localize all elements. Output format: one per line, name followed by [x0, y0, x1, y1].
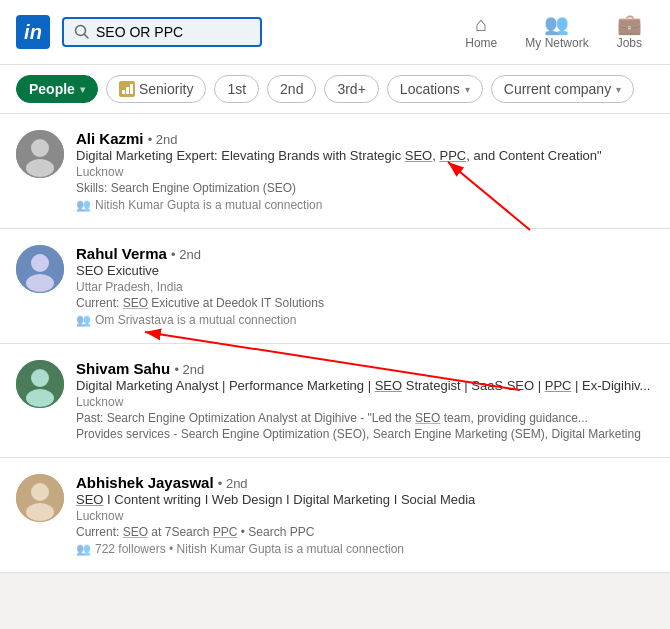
- degree-ali-kazmi: • 2nd: [148, 132, 178, 147]
- third-degree-filter[interactable]: 3rd+: [324, 75, 378, 103]
- seniority-filter[interactable]: Seniority: [106, 75, 206, 103]
- degree-rahul-verma: • 2nd: [171, 247, 201, 262]
- avatar-abhishek-jayaswal[interactable]: [16, 474, 64, 522]
- result-content-ali-kazmi: Ali Kazmi • 2nd Digital Marketing Expert…: [76, 130, 654, 212]
- svg-point-15: [31, 483, 49, 501]
- svg-rect-2: [122, 90, 125, 94]
- locations-label: Locations: [400, 81, 460, 97]
- locations-filter[interactable]: Locations ▾: [387, 75, 483, 103]
- result-headline-ali-kazmi: Digital Marketing Expert: Elevating Bran…: [76, 148, 654, 163]
- result-mutual-rahul-verma: 👥 Om Srivastava is a mutual connection: [76, 313, 654, 327]
- mutual-icon-ali-kazmi: 👥: [76, 198, 91, 212]
- current-company-label: Current company: [504, 81, 611, 97]
- nav-label-home: Home: [465, 36, 497, 50]
- degree-abhishek-jayaswal: • 2nd: [218, 476, 248, 491]
- result-item-ali-kazmi: Ali Kazmi • 2nd Digital Marketing Expert…: [0, 114, 670, 229]
- svg-rect-4: [130, 84, 133, 94]
- avatar-rahul-verma[interactable]: [16, 245, 64, 293]
- current-company-chevron: ▾: [616, 84, 621, 95]
- people-filter[interactable]: People ▾: [16, 75, 98, 103]
- result-location-abhishek-jayaswal: Lucknow: [76, 509, 654, 523]
- people-chevron: ▾: [80, 84, 85, 95]
- result-mutual-ali-kazmi: 👥 Nitish Kumar Gupta is a mutual connect…: [76, 198, 654, 212]
- result-name-ali-kazmi[interactable]: Ali Kazmi • 2nd: [76, 130, 654, 147]
- svg-point-13: [26, 389, 54, 407]
- svg-point-10: [26, 274, 54, 292]
- nav-item-jobs[interactable]: 💼 Jobs: [605, 8, 654, 56]
- result-name-abhishek-jayaswal[interactable]: Abhishek Jayaswal • 2nd: [76, 474, 654, 491]
- svg-point-16: [26, 503, 54, 521]
- seniority-icon: [119, 81, 135, 97]
- people-label: People: [29, 81, 75, 97]
- result-current-abhishek-jayaswal: Current: SEO at 7Search PPC • Search PPC: [76, 525, 654, 539]
- mutual-icon-rahul-verma: 👥: [76, 313, 91, 327]
- result-item-shivam-sahu: Shivam Sahu • 2nd Digital Marketing Anal…: [0, 344, 670, 458]
- result-location-shivam-sahu: Lucknow: [76, 395, 654, 409]
- result-content-abhishek-jayaswal: Abhishek Jayaswal • 2nd SEO I Content wr…: [76, 474, 654, 556]
- result-headline-shivam-sahu: Digital Marketing Analyst | Performance …: [76, 378, 654, 393]
- jobs-icon: 💼: [617, 14, 642, 34]
- filter-bar: People ▾ Seniority 1st 2nd 3rd+ Location…: [0, 65, 670, 114]
- second-degree-filter[interactable]: 2nd: [267, 75, 316, 103]
- svg-point-6: [31, 139, 49, 157]
- nav-item-my-network[interactable]: 👥 My Network: [513, 8, 600, 56]
- result-headline-abhishek-jayaswal: SEO I Content writing I Web Design I Dig…: [76, 492, 654, 507]
- network-icon: 👥: [544, 14, 569, 34]
- search-input[interactable]: [96, 24, 236, 40]
- home-icon: ⌂: [475, 14, 487, 34]
- svg-point-9: [31, 254, 49, 272]
- third-label: 3rd+: [337, 81, 365, 97]
- first-label: 1st: [227, 81, 246, 97]
- avatar-ali-kazmi[interactable]: [16, 130, 64, 178]
- result-name-rahul-verma[interactable]: Rahul Verma • 2nd: [76, 245, 654, 262]
- result-past-shivam-sahu: Past: Search Engine Optimization Analyst…: [76, 411, 654, 425]
- svg-point-12: [31, 369, 49, 387]
- seniority-label: Seniority: [139, 81, 193, 97]
- search-results: Ali Kazmi • 2nd Digital Marketing Expert…: [0, 114, 670, 573]
- nav-label-network: My Network: [525, 36, 588, 50]
- search-icon: [74, 24, 90, 40]
- svg-rect-3: [126, 87, 129, 94]
- result-location-rahul-verma: Uttar Pradesh, India: [76, 280, 654, 294]
- result-item-abhishek-jayaswal: Abhishek Jayaswal • 2nd SEO I Content wr…: [0, 458, 670, 573]
- linkedin-logo[interactable]: in: [16, 15, 50, 49]
- nav-bar: ⌂ Home 👥 My Network 💼 Jobs: [453, 8, 654, 56]
- result-content-shivam-sahu: Shivam Sahu • 2nd Digital Marketing Anal…: [76, 360, 654, 441]
- degree-shivam-sahu: • 2nd: [174, 362, 204, 377]
- result-skills-ali-kazmi: Skills: Search Engine Optimization (SEO): [76, 181, 654, 195]
- result-services-shivam-sahu: Provides services - Search Engine Optimi…: [76, 427, 654, 441]
- result-followers-abhishek-jayaswal: 👥 722 followers • Nitish Kumar Gupta is …: [76, 542, 654, 556]
- result-location-ali-kazmi: Lucknow: [76, 165, 654, 179]
- nav-label-jobs: Jobs: [617, 36, 642, 50]
- svg-point-7: [26, 159, 54, 177]
- result-item-rahul-verma: Rahul Verma • 2nd SEO Exicutive Uttar Pr…: [0, 229, 670, 344]
- result-name-shivam-sahu[interactable]: Shivam Sahu • 2nd: [76, 360, 654, 377]
- locations-chevron: ▾: [465, 84, 470, 95]
- svg-line-1: [85, 35, 89, 39]
- current-company-filter[interactable]: Current company ▾: [491, 75, 634, 103]
- result-content-rahul-verma: Rahul Verma • 2nd SEO Exicutive Uttar Pr…: [76, 245, 654, 327]
- nav-item-home[interactable]: ⌂ Home: [453, 8, 509, 56]
- avatar-shivam-sahu[interactable]: [16, 360, 64, 408]
- result-current-rahul-verma: Current: SEO Exicutive at Deedok IT Solu…: [76, 296, 654, 310]
- mutual-icon-abhishek-jayaswal: 👥: [76, 542, 91, 556]
- first-degree-filter[interactable]: 1st: [214, 75, 259, 103]
- header: in ⌂ Home 👥 My Network 💼 Jobs: [0, 0, 670, 65]
- search-bar[interactable]: [62, 17, 262, 47]
- second-label: 2nd: [280, 81, 303, 97]
- result-headline-rahul-verma: SEO Exicutive: [76, 263, 654, 278]
